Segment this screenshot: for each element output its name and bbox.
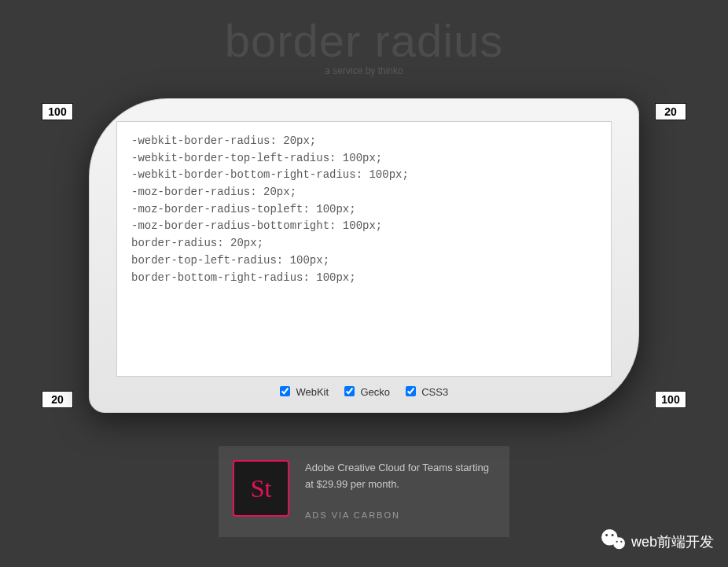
radius-input-bottom-left[interactable] <box>42 391 73 408</box>
radius-input-top-right[interactable] <box>655 103 686 120</box>
option-css3-label: CSS3 <box>421 386 448 398</box>
option-gecko[interactable]: Gecko <box>344 386 393 398</box>
wechat-label: web前端开发 <box>631 532 714 551</box>
page-title: border radius <box>0 14 728 67</box>
checkbox-webkit[interactable] <box>280 386 290 396</box>
ad-body: Adobe Creative Cloud for Teams starting … <box>305 460 495 520</box>
page-header: border radius a service by thinko <box>0 0 728 76</box>
svg-point-1 <box>613 537 625 549</box>
option-webkit[interactable]: WebKit <box>280 386 332 398</box>
option-webkit-label: WebKit <box>296 386 329 398</box>
svg-point-2 <box>605 534 608 536</box>
prefix-options: WebKit Gecko CSS3 <box>116 377 612 399</box>
ad-via: ADS VIA CARBON <box>305 510 495 520</box>
css-output[interactable]: -webkit-border-radius: 20px; -webkit-bor… <box>116 121 612 377</box>
option-gecko-label: Gecko <box>360 386 390 398</box>
radius-input-bottom-right[interactable] <box>655 391 686 408</box>
carbon-ad[interactable]: St Adobe Creative Cloud for Teams starti… <box>219 446 509 537</box>
adobe-stock-icon: St <box>233 460 289 517</box>
svg-point-3 <box>612 534 614 536</box>
checkbox-css3[interactable] <box>406 386 416 396</box>
preview-stage: -webkit-border-radius: 20px; -webkit-bor… <box>89 98 639 413</box>
option-css3[interactable]: CSS3 <box>406 386 449 398</box>
svg-point-5 <box>620 541 622 543</box>
preview-box: -webkit-border-radius: 20px; -webkit-bor… <box>89 98 639 413</box>
radius-input-top-left[interactable] <box>42 103 73 120</box>
wechat-icon <box>600 528 631 554</box>
checkbox-gecko[interactable] <box>344 386 355 396</box>
ad-text: Adobe Creative Cloud for Teams starting … <box>305 460 495 493</box>
page-subtitle: a service by thinko <box>0 65 728 76</box>
wechat-watermark: web前端开发 <box>600 528 714 554</box>
svg-point-4 <box>616 541 618 543</box>
